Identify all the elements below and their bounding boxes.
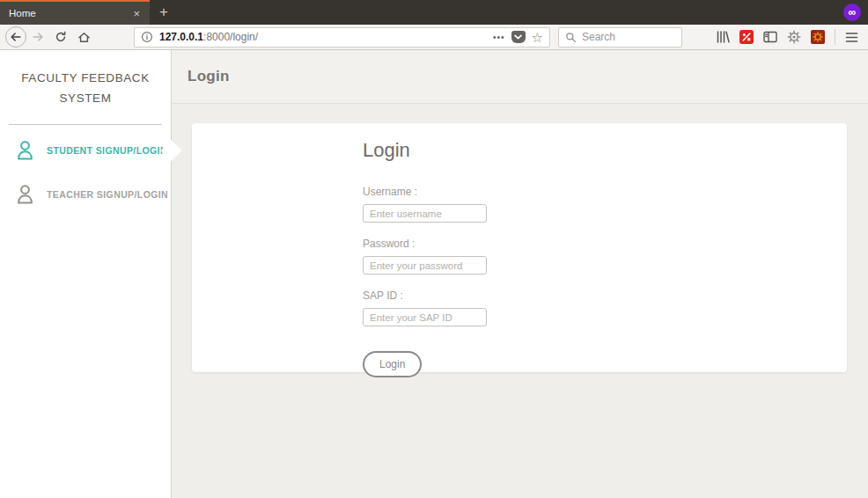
app-title: FACULTY FEEDBACK SYSTEM: [0, 50, 171, 108]
main-area: Login Login Username : Password : SAP ID…: [172, 50, 868, 498]
content-area: Login Username : Password : SAP ID : Log…: [172, 104, 868, 498]
app-title-line1: FACULTY FEEDBACK: [0, 68, 171, 88]
browser-window: Home × + ∞ 127.0.0.1:8000/login/ •••: [0, 0, 868, 498]
url-bar[interactable]: 127.0.0.1:8000/login/ ••• ☆: [134, 27, 550, 48]
page-header: Login: [172, 50, 868, 104]
sap-id-input[interactable]: [363, 308, 487, 326]
sidebar-item-student-signup-login[interactable]: STUDENT SIGNUP/LOGIN: [0, 131, 171, 169]
pocket-icon[interactable]: [511, 31, 526, 43]
extension-infinity-icon[interactable]: ∞: [843, 4, 861, 21]
password-input[interactable]: [363, 256, 487, 275]
username-label: Username :: [363, 186, 847, 198]
username-input[interactable]: [363, 204, 487, 223]
sidebar-item-label: TEACHER SIGNUP/LOGIN: [47, 189, 168, 200]
username-field-group: Username :: [363, 186, 847, 223]
forward-button[interactable]: [26, 26, 49, 48]
password-field-group: Password :: [363, 238, 847, 275]
page-content: FACULTY FEEDBACK SYSTEM STUDENT SIGNUP/L…: [0, 50, 868, 498]
infinity-glyph: ∞: [849, 6, 857, 18]
password-label: Password :: [363, 238, 847, 250]
student-person-icon: [16, 140, 34, 160]
tabbar-spacer: [178, 0, 843, 25]
sap-id-field-group: SAP ID :: [363, 289, 847, 326]
sidebar-item-teacher-signup-login[interactable]: TEACHER SIGNUP/LOGIN: [0, 175, 171, 213]
login-button[interactable]: Login: [363, 351, 422, 377]
login-card: Login Username : Password : SAP ID : Log…: [192, 123, 847, 372]
tab-bar: Home × + ∞: [0, 0, 868, 25]
sidebar-divider: [9, 124, 162, 125]
url-host: 127.0.0.1: [159, 31, 203, 43]
search-bar[interactable]: [558, 27, 682, 48]
pocket-chevron-icon: [514, 34, 522, 40]
menu-hamburger-icon[interactable]: [845, 32, 858, 43]
new-tab-button[interactable]: +: [150, 0, 178, 25]
card-title: Login: [363, 139, 847, 162]
url-path: :8000/login/: [203, 31, 258, 43]
navigation-toolbar: 127.0.0.1:8000/login/ ••• ☆: [0, 25, 868, 50]
sidebar: FACULTY FEEDBACK SYSTEM STUDENT SIGNUP/L…: [0, 50, 172, 498]
bookmark-star-icon[interactable]: ☆: [532, 31, 543, 44]
teacher-person-icon: [16, 184, 34, 204]
sidebar-item-label: STUDENT SIGNUP/LOGIN: [47, 145, 167, 156]
orange-gear-extension-icon[interactable]: [811, 30, 825, 44]
page-title: Login: [188, 68, 230, 85]
site-info-icon: [141, 31, 153, 43]
back-button[interactable]: [5, 26, 26, 48]
extension-percent-icon[interactable]: [739, 30, 754, 44]
forward-arrow-icon: [32, 31, 44, 43]
tab-home[interactable]: Home ×: [0, 0, 150, 25]
home-icon: [77, 31, 91, 44]
app-title-line2: SYSTEM: [0, 88, 171, 108]
page-actions-icon[interactable]: •••: [493, 33, 505, 42]
tab-title: Home: [9, 8, 130, 18]
search-icon: [565, 32, 577, 43]
sap-id-label: SAP ID :: [363, 289, 847, 302]
search-input[interactable]: [582, 31, 675, 43]
back-arrow-icon: [10, 31, 22, 43]
gear-extension-icon[interactable]: [787, 30, 801, 44]
toolbar-icons: [716, 29, 863, 45]
library-icon[interactable]: [716, 30, 730, 44]
tab-close-icon[interactable]: ×: [130, 6, 143, 21]
reload-button[interactable]: [49, 26, 72, 48]
reload-icon: [55, 31, 67, 43]
url-text: 127.0.0.1:8000/login/: [159, 31, 258, 43]
toolbar-divider: [835, 29, 835, 45]
home-button[interactable]: [72, 26, 95, 48]
sidebar-toggle-icon[interactable]: [763, 31, 777, 43]
